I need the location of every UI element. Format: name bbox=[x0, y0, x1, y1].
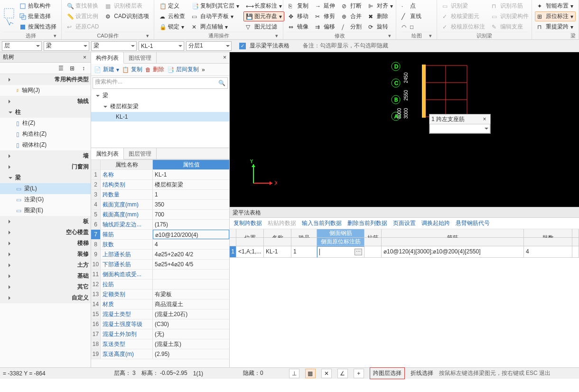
extend[interactable]: →延伸 bbox=[313, 1, 337, 11]
tab-layer-mgmt[interactable]: 图层管理 bbox=[124, 148, 157, 159]
comp-type[interactable]: 楼层框架梁 bbox=[91, 101, 229, 112]
combo-component[interactable]: KL-1 bbox=[139, 41, 184, 51]
nav-beam-qe[interactable]: ▭圈梁(E) bbox=[0, 205, 91, 216]
bt-input[interactable]: 输入当前列数据 bbox=[302, 219, 342, 227]
break[interactable]: ⊘打断 bbox=[339, 1, 364, 11]
cross-layer-select[interactable]: 跨图层选择 bbox=[370, 367, 405, 379]
prop-row[interactable]: 6轴线距梁左边...(175) bbox=[91, 220, 229, 230]
set-scale[interactable]: 📏设置比例 bbox=[65, 11, 101, 21]
ellipsis-button[interactable]: ⋯ bbox=[355, 249, 362, 255]
nav-opening[interactable]: 门窗洞 bbox=[0, 161, 91, 172]
viewport[interactable]: XY D C B A 3000 2550 2450 8000 bbox=[230, 52, 579, 207]
copy-button[interactable]: 📋 复制 bbox=[122, 65, 142, 74]
nav-found[interactable]: 基础 bbox=[0, 271, 91, 281]
ident-hoist[interactable]: ⊓识别吊筋 bbox=[489, 1, 531, 11]
length-dim[interactable]: ⟷长度标注 ▾ bbox=[243, 1, 284, 11]
offset[interactable]: ⇉偏移 bbox=[313, 22, 337, 32]
align[interactable]: ⊫对齐 ▾ bbox=[366, 1, 395, 11]
nav-other[interactable]: 其它 bbox=[0, 281, 91, 292]
close-icon[interactable]: × bbox=[481, 116, 488, 122]
filter-element[interactable]: ▽图元过滤 bbox=[243, 22, 284, 32]
floor-copy-button[interactable]: 📑 层间复制 bbox=[167, 65, 199, 74]
nav-beam-l[interactable]: ▭梁(L) bbox=[0, 183, 91, 194]
list-view-icon[interactable]: ☰ bbox=[56, 64, 66, 73]
angle-icon[interactable]: ∠ bbox=[337, 369, 348, 378]
prop-row[interactable]: 16混凝土强度等级(C30) bbox=[91, 319, 229, 329]
close-icon[interactable]: × bbox=[220, 52, 229, 63]
define[interactable]: 📋定义 bbox=[157, 1, 187, 11]
combo-layer[interactable]: 层 bbox=[2, 41, 42, 51]
prop-row[interactable]: 18泵送类型(混凝土泵) bbox=[91, 339, 229, 349]
comp-root[interactable]: 梁 bbox=[91, 90, 229, 101]
nav-col-z[interactable]: ▯柱(Z) bbox=[0, 118, 91, 129]
nav-wall[interactable]: 墙 bbox=[0, 150, 91, 161]
nav-column[interactable]: 柱 bbox=[0, 107, 91, 118]
prop-row[interactable]: 11侧面构造或受... bbox=[91, 270, 229, 280]
re-lift-span[interactable]: ⊓重提梁跨 ▾ bbox=[535, 22, 576, 32]
nav-hollow[interactable]: 空心楼盖 bbox=[0, 227, 91, 238]
close-icon[interactable]: × bbox=[83, 54, 89, 60]
draw-point[interactable]: ·点 bbox=[399, 1, 424, 11]
editing-cell[interactable]: ⋯ bbox=[317, 246, 364, 258]
orig-annotation[interactable]: ⊞原位标注 ▾ bbox=[535, 11, 576, 21]
split[interactable]: ⧸分割 bbox=[339, 22, 364, 32]
check-orig[interactable]: ✓校核原位标注 bbox=[440, 22, 487, 32]
polyline-select[interactable]: 折线选择 bbox=[411, 369, 433, 377]
tab-component-list[interactable]: 构件列表 bbox=[91, 52, 124, 64]
move[interactable]: ✥移动 bbox=[286, 11, 311, 21]
edit-support[interactable]: ✎编辑支座 bbox=[489, 22, 531, 32]
tab-prop-list[interactable]: 属性列表 bbox=[91, 148, 124, 159]
prop-row[interactable]: 7箍筋⌀10@120/200(4) bbox=[91, 230, 229, 240]
bt-adj[interactable]: 调换起始跨 bbox=[421, 219, 450, 227]
batch-select[interactable]: 批量选择 bbox=[17, 11, 59, 21]
cloud-check[interactable]: ☁云检查 bbox=[157, 11, 187, 21]
bt-del[interactable]: 删除当前列数据 bbox=[347, 219, 387, 227]
draw-arc[interactable]: ◠□ bbox=[399, 22, 424, 32]
nav-stair[interactable]: 楼梯 bbox=[0, 238, 91, 249]
merge[interactable]: ⊕合并 bbox=[339, 11, 364, 21]
comp-item[interactable]: KL-1 bbox=[91, 112, 229, 121]
ident-beam-comp[interactable]: ▭识别梁构件 bbox=[489, 11, 531, 21]
prop-row[interactable]: 17混凝土外加剂(无) bbox=[91, 329, 229, 339]
bt-copy[interactable]: 复制跨数据 bbox=[233, 219, 262, 227]
trim[interactable]: ✂修剪 bbox=[313, 11, 337, 21]
prop-row[interactable]: 13定额类别有梁板 bbox=[91, 289, 229, 299]
bt-paste[interactable]: 粘贴跨数据 bbox=[268, 219, 296, 227]
cad-options[interactable]: ⚙CAD识别选项 bbox=[103, 11, 151, 21]
prop-row[interactable]: 3跨数量1 bbox=[91, 190, 229, 200]
nav-earth[interactable]: 土方 bbox=[0, 260, 91, 271]
combo-type[interactable]: 梁 bbox=[91, 41, 137, 51]
lock[interactable]: 🔒锁定 ▾ bbox=[157, 22, 187, 32]
prop-row[interactable]: 9上部通长筋4⌀25+2⌀20 4/2 bbox=[91, 250, 229, 260]
show-beam-table-checkbox[interactable] bbox=[239, 43, 246, 49]
prop-row[interactable]: 8肢数4 bbox=[91, 240, 229, 250]
delete[interactable]: ✖删除 bbox=[366, 11, 395, 21]
check-beam-elem[interactable]: ✓校核梁图元 bbox=[440, 11, 487, 21]
prop-row[interactable]: 19泵送高度(m)(2.95) bbox=[91, 349, 229, 359]
nav-col-qz[interactable]: ▯砌体柱(Z) bbox=[0, 140, 91, 150]
select-icon[interactable] bbox=[3, 7, 15, 26]
draw-line[interactable]: ╱直线 bbox=[399, 11, 424, 21]
two-point-axis[interactable]: ✕两点辅轴 ▾ bbox=[189, 22, 242, 32]
combo-category[interactable]: 梁 bbox=[44, 41, 89, 51]
save-element[interactable]: 💾图元存盘 ▾ bbox=[243, 11, 284, 21]
table-row[interactable]: 1 <1,A;1,... KL-1 1 ⋯ ⌀10@120(4)[3000];⌀… bbox=[230, 246, 579, 258]
prop-row[interactable]: 2结构类别楼层框架梁 bbox=[91, 180, 229, 190]
find-replace[interactable]: 🔍查找替换 bbox=[65, 1, 101, 11]
ident-beam[interactable]: ▭识别梁 bbox=[440, 1, 487, 11]
mirror[interactable]: ⇔镜像 bbox=[286, 22, 311, 32]
tab-drawing-mgmt[interactable]: 图纸管理 bbox=[124, 52, 157, 63]
nav-slab[interactable]: 板 bbox=[0, 216, 91, 227]
search-input[interactable]: 搜索构件...🔍 bbox=[93, 77, 228, 89]
search-icon[interactable]: 🔍 bbox=[218, 80, 225, 86]
edit-popup[interactable]: 1 跨左支座筋× bbox=[429, 114, 491, 134]
prop-row[interactable]: 12拉筋 bbox=[91, 280, 229, 289]
nav-decor[interactable]: 装修 bbox=[0, 249, 91, 260]
snap-icon[interactable]: ⊥ bbox=[289, 369, 299, 378]
pick-component[interactable]: 拾取构件 bbox=[17, 1, 59, 11]
copy[interactable]: ⎘复制 bbox=[286, 1, 311, 11]
ident-floor-table[interactable]: ▦识别楼层表 bbox=[103, 1, 151, 11]
copy-other-layer[interactable]: 📑复制到其它层 ▾ bbox=[189, 1, 242, 11]
nav-beam[interactable]: 梁 bbox=[0, 172, 91, 183]
grid-icon[interactable]: ▦ bbox=[305, 369, 316, 378]
